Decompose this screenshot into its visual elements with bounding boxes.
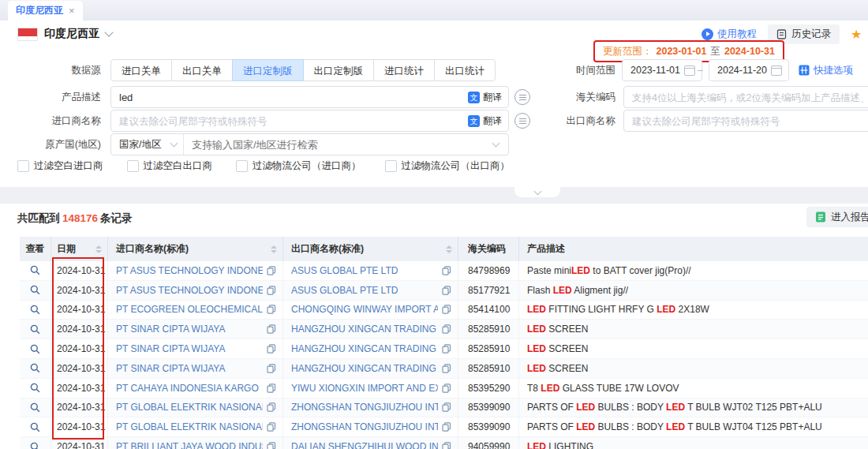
exporter-link[interactable]: HANGZHOU XINGCAN TRADING CO LTD	[291, 324, 438, 335]
tab-import-declaration[interactable]: 进口关单	[110, 59, 172, 81]
importer-input[interactable]	[111, 115, 468, 127]
tutorial-link[interactable]: 使用教程	[702, 28, 757, 41]
exporter-link[interactable]: YIWU XIONGXIN IMPORT AND EXPORT...	[291, 383, 438, 394]
form-row-company: 进口商名称 翻译 出口商名称	[0, 110, 868, 132]
sort-icon[interactable]	[271, 245, 277, 253]
exporter-link[interactable]: CHONGQING WINWAY IMPORT AND E...	[291, 304, 438, 315]
magnifier-icon	[30, 344, 40, 354]
importer-link[interactable]: PT ASUS TECHNOLOGY INDONESIA BA...	[116, 285, 263, 296]
copy-icon[interactable]	[267, 364, 276, 373]
product-desc-input[interactable]	[111, 92, 468, 103]
date-start-value: 2023-11-01	[623, 65, 684, 76]
vip-star-icon[interactable]: ★	[851, 27, 862, 42]
tab-export-custom[interactable]: 出口定制版	[303, 59, 375, 81]
copy-icon[interactable]	[442, 266, 451, 275]
copy-icon[interactable]	[267, 402, 276, 412]
copy-icon[interactable]	[267, 305, 276, 314]
collapse-panel-button[interactable]	[514, 187, 560, 197]
row-product-desc: LED LIGHTING	[527, 441, 593, 449]
tab-export-declaration[interactable]: 出口关单	[171, 59, 233, 81]
copy-icon[interactable]	[267, 324, 276, 334]
row-date: 2024-10-31	[51, 417, 108, 436]
view-row-button[interactable]	[30, 363, 40, 373]
view-row-button[interactable]	[30, 422, 40, 432]
enter-report-button[interactable]: 进入报告	[806, 207, 868, 227]
importer-link[interactable]: PT SINAR CIPTA WIJAYA	[116, 324, 263, 335]
copy-icon[interactable]	[442, 422, 451, 432]
copy-icon[interactable]	[442, 305, 451, 314]
importer-link[interactable]: PT BRILLIANT JAYA WOOD INDUSTRY	[116, 441, 263, 449]
origin-select[interactable]: 国家/地区	[111, 134, 184, 155]
update-range-to: 至	[710, 45, 720, 58]
sort-icon[interactable]	[446, 245, 452, 253]
exporter-link[interactable]: ZHONGSHAN TONGJIUZHOU INTERNA...	[291, 402, 438, 413]
copy-icon[interactable]	[267, 442, 276, 449]
quick-options-link[interactable]: 快捷选项	[799, 64, 853, 77]
copy-icon[interactable]	[442, 442, 451, 449]
tab-close-icon[interactable]: ×	[69, 6, 75, 16]
copy-icon[interactable]	[442, 324, 451, 334]
checkbox-filter-blank-exporter[interactable]: 过滤空白出口商	[127, 159, 213, 173]
match-mode-icon[interactable]	[514, 89, 530, 105]
checkbox-label: 过滤物流公司（进口商）	[253, 159, 361, 173]
copy-icon[interactable]	[442, 344, 451, 354]
checkbox-icon	[127, 160, 139, 172]
importer-link[interactable]: PT ASUS TECHNOLOGY INDONESIA BA...	[116, 265, 263, 276]
magnifier-icon	[30, 285, 40, 295]
copy-icon[interactable]	[267, 266, 276, 275]
view-row-button[interactable]	[30, 265, 40, 275]
checkbox-filter-logistics-exporter[interactable]: 过滤物流公司（出口商）	[385, 159, 511, 173]
view-row-button[interactable]	[30, 344, 40, 354]
country-selector[interactable]: 印度尼西亚	[17, 27, 112, 41]
view-row-button[interactable]	[30, 285, 40, 295]
exporter-link[interactable]: HANGZHOU XINGCAN TRADING CO LTD	[291, 343, 438, 354]
checkbox-filter-blank-importer[interactable]: 过滤空白进口商	[17, 159, 103, 173]
row-date: 2024-10-31	[51, 398, 108, 417]
exporter-link[interactable]: ASUS GLOBAL PTE LTD	[291, 285, 438, 296]
translate-button[interactable]: 翻译	[468, 91, 502, 104]
importer-link[interactable]: PT SINAR CIPTA WIJAYA	[116, 343, 263, 354]
exporter-link[interactable]: HANGZHOU XINGCAN TRADING CO LTD	[291, 363, 438, 374]
sort-icon[interactable]	[95, 245, 102, 253]
hs-code-input[interactable]	[624, 92, 868, 103]
date-end-input[interactable]: 2024-11-20	[709, 59, 789, 81]
translate-button[interactable]: 翻译	[468, 114, 502, 128]
magnifier-icon	[30, 265, 40, 275]
view-row-button[interactable]	[30, 442, 40, 449]
checkbox-filter-logistics-importer[interactable]: 过滤物流公司（进口商）	[236, 159, 361, 173]
match-mode-icon[interactable]	[514, 113, 530, 129]
tab-title: 印度尼西亚	[16, 4, 63, 17]
tab-import-stats[interactable]: 进口统计	[373, 59, 435, 81]
copy-icon[interactable]	[267, 286, 276, 295]
copy-icon[interactable]	[267, 422, 276, 432]
row-hs-code: 85177921	[458, 281, 519, 300]
exporter-link[interactable]: ZHONGSHAN TONGJIUZHOU INTERNA...	[291, 421, 438, 432]
exporter-link[interactable]: ASUS GLOBAL PTE LTD	[291, 265, 438, 276]
row-hs-code: 85395290	[458, 379, 519, 398]
row-date: 2024-10-31	[51, 281, 108, 300]
checkbox-icon	[236, 160, 248, 172]
copy-icon[interactable]	[442, 364, 451, 373]
importer-link[interactable]: PT GLOBAL ELEKTRIK NASIONAL	[116, 402, 263, 413]
date-separator: –	[698, 65, 703, 76]
copy-icon[interactable]	[442, 402, 451, 412]
copy-icon[interactable]	[442, 384, 451, 393]
tab-export-stats[interactable]: 出口统计	[434, 59, 496, 81]
importer-link[interactable]: PT ECOGREEN OLEOCHEMICALS	[116, 304, 263, 315]
copy-icon[interactable]	[267, 344, 276, 354]
view-row-button[interactable]	[30, 402, 40, 413]
origin-search-input[interactable]	[184, 139, 493, 151]
view-row-button[interactable]	[30, 324, 40, 335]
date-start-input[interactable]: 2023-11-01	[622, 59, 702, 81]
importer-link[interactable]: PT SINAR CIPTA WIJAYA	[116, 363, 263, 374]
copy-icon[interactable]	[442, 286, 451, 295]
exporter-input[interactable]	[624, 115, 868, 127]
importer-link[interactable]: PT GLOBAL ELEKTRIK NASIONAL	[116, 421, 263, 432]
importer-link[interactable]: PT CAHAYA INDONESIA KARGO	[116, 383, 263, 394]
tab-indonesia[interactable]: 印度尼西亚 ×	[8, 1, 83, 21]
copy-icon[interactable]	[267, 384, 276, 393]
exporter-link[interactable]: DALIAN SHENGZHIHUI WOOD INDUST...	[291, 441, 438, 449]
view-row-button[interactable]	[30, 305, 40, 315]
tab-import-custom[interactable]: 进口定制版	[232, 59, 304, 81]
view-row-button[interactable]	[30, 383, 40, 393]
